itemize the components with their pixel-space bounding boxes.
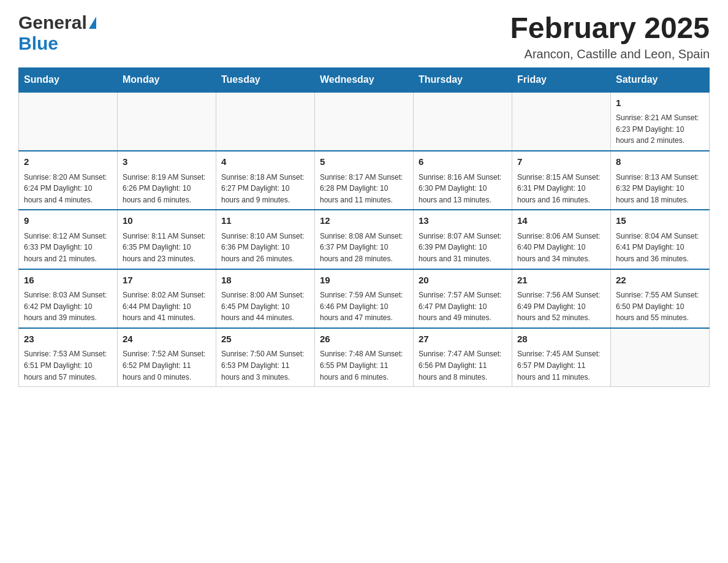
month-title: February 2025 xyxy=(510,12,710,45)
calendar-cell: 11Sunrise: 8:10 AM Sunset: 6:36 PM Dayli… xyxy=(216,210,315,269)
day-info: Sunrise: 7:56 AM Sunset: 6:49 PM Dayligh… xyxy=(517,289,605,324)
day-info: Sunrise: 8:19 AM Sunset: 6:26 PM Dayligh… xyxy=(123,172,211,206)
col-header-thursday: Thursday xyxy=(414,67,512,92)
day-number: 26 xyxy=(320,332,408,347)
day-info: Sunrise: 8:15 AM Sunset: 6:31 PM Dayligh… xyxy=(517,172,605,206)
day-number: 11 xyxy=(221,214,309,228)
day-info: Sunrise: 7:45 AM Sunset: 6:57 PM Dayligh… xyxy=(517,348,605,383)
day-number: 24 xyxy=(123,332,211,347)
day-number: 5 xyxy=(320,155,408,169)
calendar-cell: 6Sunrise: 8:16 AM Sunset: 6:30 PM Daylig… xyxy=(414,151,512,210)
day-info: Sunrise: 8:12 AM Sunset: 6:33 PM Dayligh… xyxy=(24,231,112,265)
calendar-cell: 25Sunrise: 7:50 AM Sunset: 6:53 PM Dayli… xyxy=(216,328,315,387)
title-block: February 2025 Arancon, Castille and Leon… xyxy=(510,12,710,61)
day-info: Sunrise: 8:08 AM Sunset: 6:37 PM Dayligh… xyxy=(320,231,408,265)
col-header-tuesday: Tuesday xyxy=(216,67,315,92)
calendar-cell: 9Sunrise: 8:12 AM Sunset: 6:33 PM Daylig… xyxy=(19,210,118,269)
day-info: Sunrise: 7:52 AM Sunset: 6:52 PM Dayligh… xyxy=(123,348,211,383)
calendar-cell: 7Sunrise: 8:15 AM Sunset: 6:31 PM Daylig… xyxy=(512,151,611,210)
logo-arrow-icon xyxy=(89,17,96,29)
calendar-cell: 22Sunrise: 7:55 AM Sunset: 6:50 PM Dayli… xyxy=(611,269,710,328)
day-number: 6 xyxy=(419,155,507,169)
day-number: 14 xyxy=(517,214,605,228)
calendar-cell xyxy=(414,92,512,151)
day-info: Sunrise: 7:50 AM Sunset: 6:53 PM Dayligh… xyxy=(221,348,309,383)
day-number: 16 xyxy=(24,274,112,288)
day-number: 19 xyxy=(320,274,408,288)
day-info: Sunrise: 7:59 AM Sunset: 6:46 PM Dayligh… xyxy=(320,289,408,324)
calendar-cell: 18Sunrise: 8:00 AM Sunset: 6:45 PM Dayli… xyxy=(216,269,315,328)
day-info: Sunrise: 8:13 AM Sunset: 6:32 PM Dayligh… xyxy=(616,172,704,206)
day-number: 7 xyxy=(517,155,605,169)
col-header-monday: Monday xyxy=(118,67,216,92)
calendar-body: 1Sunrise: 8:21 AM Sunset: 6:23 PM Daylig… xyxy=(19,92,710,387)
calendar-cell: 2Sunrise: 8:20 AM Sunset: 6:24 PM Daylig… xyxy=(19,151,118,210)
calendar-cell: 27Sunrise: 7:47 AM Sunset: 6:56 PM Dayli… xyxy=(414,328,512,387)
col-header-saturday: Saturday xyxy=(611,67,710,92)
day-info: Sunrise: 8:11 AM Sunset: 6:35 PM Dayligh… xyxy=(123,231,211,265)
day-info: Sunrise: 8:04 AM Sunset: 6:41 PM Dayligh… xyxy=(616,231,704,265)
calendar-cell xyxy=(315,92,414,151)
calendar-cell: 8Sunrise: 8:13 AM Sunset: 6:32 PM Daylig… xyxy=(611,151,710,210)
day-info: Sunrise: 8:07 AM Sunset: 6:39 PM Dayligh… xyxy=(419,231,507,265)
logo-blue-text: Blue xyxy=(18,33,58,54)
calendar-cell: 12Sunrise: 8:08 AM Sunset: 6:37 PM Dayli… xyxy=(315,210,414,269)
calendar-cell: 20Sunrise: 7:57 AM Sunset: 6:47 PM Dayli… xyxy=(414,269,512,328)
day-info: Sunrise: 8:21 AM Sunset: 6:23 PM Dayligh… xyxy=(616,112,704,147)
col-header-friday: Friday xyxy=(512,67,611,92)
day-number: 4 xyxy=(221,155,309,169)
day-info: Sunrise: 7:57 AM Sunset: 6:47 PM Dayligh… xyxy=(419,289,507,324)
calendar-cell: 1Sunrise: 8:21 AM Sunset: 6:23 PM Daylig… xyxy=(611,92,710,151)
day-number: 20 xyxy=(419,274,507,288)
calendar-cell: 4Sunrise: 8:18 AM Sunset: 6:27 PM Daylig… xyxy=(216,151,315,210)
day-info: Sunrise: 8:00 AM Sunset: 6:45 PM Dayligh… xyxy=(221,289,309,324)
day-number: 21 xyxy=(517,274,605,288)
calendar-cell xyxy=(611,328,710,387)
day-info: Sunrise: 8:16 AM Sunset: 6:30 PM Dayligh… xyxy=(419,172,507,206)
calendar-cell: 24Sunrise: 7:52 AM Sunset: 6:52 PM Dayli… xyxy=(118,328,216,387)
calendar-cell: 17Sunrise: 8:02 AM Sunset: 6:44 PM Dayli… xyxy=(118,269,216,328)
day-number: 25 xyxy=(221,332,309,347)
day-info: Sunrise: 8:17 AM Sunset: 6:28 PM Dayligh… xyxy=(320,172,408,206)
calendar-cell: 3Sunrise: 8:19 AM Sunset: 6:26 PM Daylig… xyxy=(118,151,216,210)
calendar-week-0: 1Sunrise: 8:21 AM Sunset: 6:23 PM Daylig… xyxy=(19,92,710,151)
calendar-table: SundayMondayTuesdayWednesdayThursdayFrid… xyxy=(18,67,710,387)
day-number: 28 xyxy=(517,332,605,347)
day-info: Sunrise: 8:18 AM Sunset: 6:27 PM Dayligh… xyxy=(221,172,309,206)
logo-general-text: General xyxy=(18,12,87,33)
day-number: 15 xyxy=(616,214,704,228)
calendar-cell: 16Sunrise: 8:03 AM Sunset: 6:42 PM Dayli… xyxy=(19,269,118,328)
day-number: 10 xyxy=(123,214,211,228)
day-number: 12 xyxy=(320,214,408,228)
day-number: 18 xyxy=(221,274,309,288)
calendar-week-2: 9Sunrise: 8:12 AM Sunset: 6:33 PM Daylig… xyxy=(19,210,710,269)
day-number: 17 xyxy=(123,274,211,288)
header-row: SundayMondayTuesdayWednesdayThursdayFrid… xyxy=(19,67,710,92)
day-number: 3 xyxy=(123,155,211,169)
day-info: Sunrise: 7:48 AM Sunset: 6:55 PM Dayligh… xyxy=(320,348,408,383)
day-info: Sunrise: 8:03 AM Sunset: 6:42 PM Dayligh… xyxy=(24,289,112,324)
calendar-cell xyxy=(512,92,611,151)
day-number: 27 xyxy=(419,332,507,347)
day-number: 22 xyxy=(616,274,704,288)
calendar-header: SundayMondayTuesdayWednesdayThursdayFrid… xyxy=(19,67,710,92)
calendar-week-4: 23Sunrise: 7:53 AM Sunset: 6:51 PM Dayli… xyxy=(19,328,710,387)
calendar-cell: 10Sunrise: 8:11 AM Sunset: 6:35 PM Dayli… xyxy=(118,210,216,269)
day-number: 23 xyxy=(24,332,112,347)
calendar-cell xyxy=(19,92,118,151)
day-number: 9 xyxy=(24,214,112,228)
calendar-cell xyxy=(216,92,315,151)
calendar-cell: 5Sunrise: 8:17 AM Sunset: 6:28 PM Daylig… xyxy=(315,151,414,210)
calendar-cell: 14Sunrise: 8:06 AM Sunset: 6:40 PM Dayli… xyxy=(512,210,611,269)
day-info: Sunrise: 7:53 AM Sunset: 6:51 PM Dayligh… xyxy=(24,348,112,383)
calendar-cell xyxy=(118,92,216,151)
day-info: Sunrise: 7:55 AM Sunset: 6:50 PM Dayligh… xyxy=(616,289,704,324)
location-text: Arancon, Castille and Leon, Spain xyxy=(510,47,710,61)
day-number: 13 xyxy=(419,214,507,228)
day-info: Sunrise: 8:10 AM Sunset: 6:36 PM Dayligh… xyxy=(221,231,309,265)
calendar-cell: 15Sunrise: 8:04 AM Sunset: 6:41 PM Dayli… xyxy=(611,210,710,269)
calendar-cell: 23Sunrise: 7:53 AM Sunset: 6:51 PM Dayli… xyxy=(19,328,118,387)
day-number: 8 xyxy=(616,155,704,169)
col-header-sunday: Sunday xyxy=(19,67,118,92)
calendar-cell: 19Sunrise: 7:59 AM Sunset: 6:46 PM Dayli… xyxy=(315,269,414,328)
